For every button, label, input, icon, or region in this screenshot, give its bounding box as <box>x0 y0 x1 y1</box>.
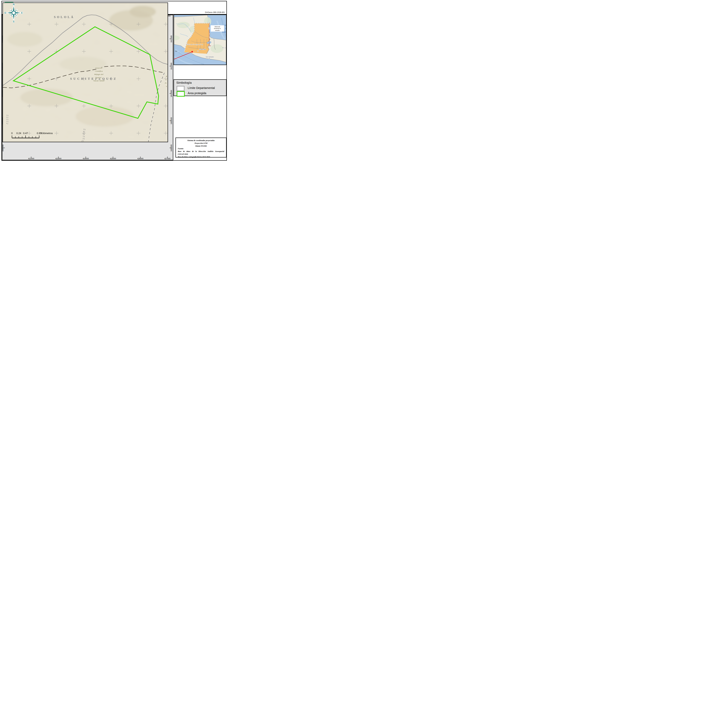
x-tick-label: 423000 <box>55 158 62 160</box>
svg-text:resuelto: resuelto <box>215 30 220 31</box>
svg-text:Refugio del: Refugio del <box>94 73 103 75</box>
tick-mark <box>31 157 31 158</box>
inset-san-salvador-label: San Salvador <box>206 56 214 58</box>
svg-text:R: R <box>166 75 167 78</box>
y-tick-label: 1609000 <box>170 117 172 125</box>
svg-text:territorial no: territorial no <box>214 28 221 29</box>
svg-text:E: E <box>21 12 23 14</box>
department-label-solola: SOLOLÁ <box>54 15 75 19</box>
x-tick-label: 426000 <box>137 158 144 160</box>
tick-mark <box>170 39 171 39</box>
svg-text:Volcán Atitlán: Volcán Atitlán <box>93 79 104 82</box>
info-line: Base de datos de la Dirección Análisis G… <box>178 150 224 153</box>
svg-text:0.24: 0.24 <box>16 132 21 135</box>
svg-text:Kilómetros: Kilómetros <box>41 132 53 135</box>
y-tick-label: 1610000 <box>170 89 172 98</box>
inset-honduras-label: H o <box>222 47 226 49</box>
x-tick-label: 425000 <box>109 158 117 160</box>
info-line: Proyección GTM <box>178 142 224 145</box>
projection-info-box: Sistema de coordenadas proyectadas Proye… <box>175 138 227 157</box>
svg-text:0.47: 0.47 <box>23 132 28 135</box>
y-tick-label: 1612000 <box>170 35 172 43</box>
locator-marker <box>191 51 193 53</box>
tick-mark <box>170 148 171 148</box>
x-tick-label: 424000 <box>82 158 90 160</box>
document-code: DAGeos-390-2026-BS <box>205 11 225 13</box>
tick-mark <box>170 93 171 94</box>
tick-mark <box>3 148 5 148</box>
x-tick-label: 427000 <box>164 158 171 160</box>
y-tick-label: 1608000 <box>2 144 4 152</box>
svg-text:Estación: Estación <box>95 67 102 69</box>
svg-text:o: o <box>225 27 226 29</box>
info-line: Sistema de coordenadas proyectadas <box>178 139 224 142</box>
y-tick-label: 1611000 <box>170 62 172 70</box>
svg-text:S: S <box>13 20 14 23</box>
inset-locator-map: B G u a t e m a l a Guatemala San Salvad… <box>173 14 227 65</box>
info-line: Datum WGS84 <box>178 145 224 147</box>
legend-title: Simbología <box>176 81 192 84</box>
inset-depth-label: 721 <box>175 50 177 52</box>
tick-mark <box>140 157 140 158</box>
legend-item-label: Límite Departamental <box>188 86 215 90</box>
inset-city-dot <box>197 50 198 52</box>
svg-text:Científica: Científica <box>95 70 103 72</box>
svg-text:Pr: Pr <box>165 82 167 84</box>
tick-mark <box>113 157 113 158</box>
inset-country-label: G u a t e m a l a <box>187 43 203 45</box>
svg-text:0: 0 <box>11 132 13 135</box>
svg-text:Diferendo: Diferendo <box>215 26 220 27</box>
map-canvas: SOLOLÁ SUCHITEPÉQUEZ Estación Científica… <box>3 3 168 142</box>
protected-area-swatch-icon <box>176 91 185 97</box>
svg-text:N: N <box>13 3 14 6</box>
inset-belize-label: B <box>208 27 210 29</box>
legend-item-label: Área protegida <box>188 92 206 95</box>
inset-drawing: B G u a t e m a l a Guatemala San Salvad… <box>174 15 226 65</box>
svg-text:0.95: 0.95 <box>37 132 42 135</box>
info-source-label: Fuente: <box>178 147 224 150</box>
tick-mark <box>85 157 86 158</box>
svg-text:N: N <box>165 79 167 81</box>
inset-city-label: Guatemala <box>199 49 206 50</box>
info-line: CONAP 2026 <box>178 153 224 156</box>
disclaimer-label: Diferendo territorial no resuelto <box>211 25 224 32</box>
svg-text:Quetzal -: Quetzal - <box>95 76 103 79</box>
svg-text:Gu: Gu <box>224 24 226 26</box>
tick-mark <box>58 157 59 158</box>
svg-text:O: O <box>4 12 6 14</box>
departmental-limit-swatch-icon <box>176 86 185 91</box>
legend: Simbología Límite Departamental Área pro… <box>173 79 227 96</box>
map-drawing: SOLOLÁ SUCHITEPÉQUEZ Estación Científica… <box>3 3 168 142</box>
tick-mark <box>167 157 168 158</box>
x-tick-label: 422000 <box>27 158 35 160</box>
y-tick-label: 1608000 <box>170 144 172 152</box>
info-line: Base de datos cartografía básica IGN 201… <box>178 156 224 159</box>
inset-san-salvador-dot <box>209 58 210 59</box>
